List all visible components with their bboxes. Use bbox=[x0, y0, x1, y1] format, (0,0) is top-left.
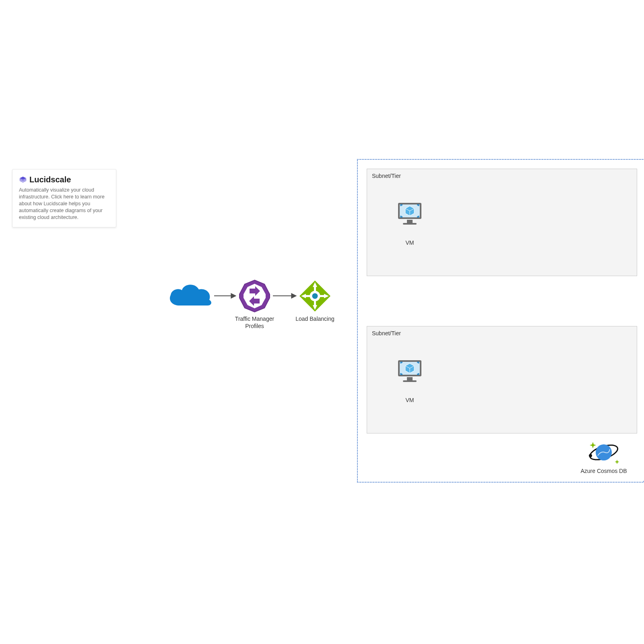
load-balancing-label: Load Balancing bbox=[292, 316, 338, 323]
lucidscale-description: Automatically visualize your cloud infra… bbox=[19, 187, 109, 221]
traffic-manager-label: Traffic Manager Profiles bbox=[231, 316, 278, 330]
cosmos-db-label: Azure Cosmos DB bbox=[576, 468, 632, 475]
svg-point-30 bbox=[312, 293, 318, 299]
subnet-1-title: Subnet/Tier bbox=[372, 173, 401, 179]
svg-rect-9 bbox=[407, 220, 413, 223]
vm-1-label: VM bbox=[396, 239, 424, 247]
vm-icon-1[interactable] bbox=[396, 201, 424, 228]
cloud-icon[interactable] bbox=[165, 281, 213, 314]
subnet-2-title: Subnet/Tier bbox=[372, 330, 401, 336]
svg-point-23 bbox=[589, 454, 592, 457]
svg-marker-22 bbox=[615, 460, 619, 464]
svg-marker-21 bbox=[590, 442, 596, 448]
lucidscale-brand-name: Lucidscale bbox=[29, 175, 71, 184]
lucidscale-logo-icon bbox=[19, 176, 27, 184]
lucidscale-info-card[interactable]: Lucidscale Automatically visualize your … bbox=[12, 169, 116, 227]
svg-rect-10 bbox=[403, 223, 417, 225]
vm-2-label: VM bbox=[396, 397, 424, 404]
traffic-manager-icon[interactable] bbox=[237, 279, 272, 315]
svg-rect-15 bbox=[407, 377, 413, 380]
vm-icon-2[interactable] bbox=[396, 359, 424, 385]
load-balancing-icon[interactable] bbox=[298, 279, 332, 315]
svg-rect-16 bbox=[403, 380, 417, 382]
cosmos-db-icon[interactable] bbox=[586, 439, 622, 467]
